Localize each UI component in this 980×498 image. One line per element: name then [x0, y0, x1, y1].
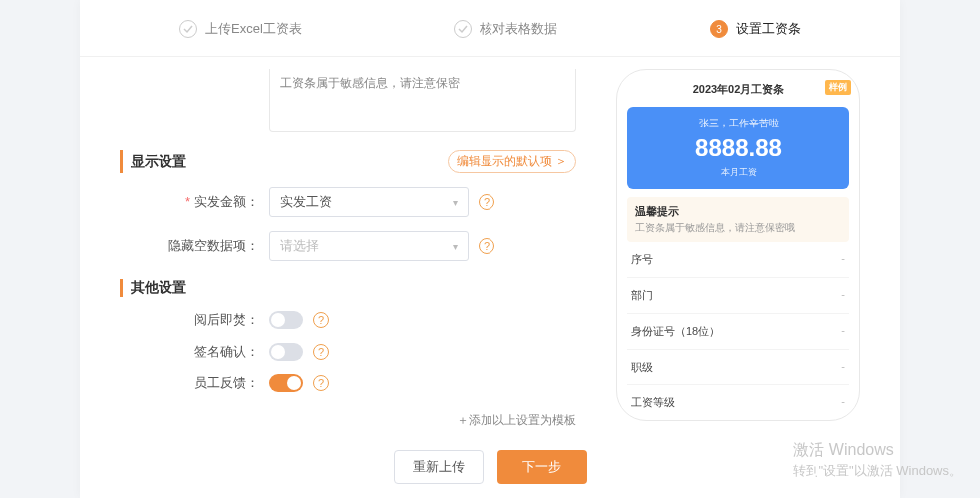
phone-item-list: 序号 - 部门 - 身份证号（18位） - 职级 -	[627, 242, 849, 421]
list-item: 序号 -	[627, 242, 849, 278]
phone-warning-box: 温馨提示 工资条属于敏感信息，请注意保密哦	[627, 197, 849, 242]
section-other-settings: 其他设置	[120, 279, 576, 297]
privacy-notice: 工资条属于敏感信息，请注意保密	[269, 69, 576, 132]
item-label: 工资等级	[631, 395, 675, 410]
help-icon[interactable]: ?	[313, 344, 329, 360]
row-actual-amount: 实发金额： 实发工资 ▾ ?	[120, 187, 576, 217]
step-upload-excel[interactable]: 上传Excel工资表	[179, 20, 302, 38]
select-value: 实发工资	[280, 193, 332, 211]
phone-warning-desc: 工资条属于敏感信息，请注意保密哦	[635, 221, 841, 235]
label-burn-after-read: 阅后即焚：	[120, 311, 269, 329]
list-item: 部门 -	[627, 278, 849, 314]
phone-amount-note: 本月工资	[637, 166, 839, 179]
row-employee-feedback: 员工反馈： ?	[120, 374, 576, 392]
label-employee-feedback: 员工反馈：	[120, 374, 269, 392]
phone-greeting: 张三，工作辛苦啦	[637, 117, 839, 130]
row-hide-empty: 隐藏空数据项： 请选择 ▾ ?	[120, 231, 576, 261]
select-placeholder: 请选择	[280, 237, 319, 255]
item-label: 部门	[631, 288, 653, 303]
phone-amount: 8888.88	[637, 134, 839, 162]
list-item: 职级 -	[627, 350, 849, 385]
step-verify-data[interactable]: 核对表格数据	[454, 20, 557, 38]
step-number-icon: 3	[710, 20, 728, 38]
item-value: -	[841, 324, 845, 339]
select-hide-empty[interactable]: 请选择 ▾	[269, 231, 469, 261]
phone-title-bar: 2023年02月工资条 样例	[627, 78, 849, 101]
help-icon[interactable]: ?	[479, 194, 494, 210]
windows-activation-watermark: 激活 Windows 转到"设置"以激活 Windows。	[793, 439, 962, 480]
chevron-down-icon: ▾	[453, 197, 458, 208]
phone-preview-column: 2023年02月工资条 样例 张三，工作辛苦啦 8888.88 本月工资 温馨提…	[616, 69, 860, 435]
body-layout: 工资条属于敏感信息，请注意保密 显示设置 编辑显示的默认项 ＞ 实发金额： 实发…	[80, 57, 900, 435]
section-title-text: 其他设置	[131, 279, 186, 297]
help-icon[interactable]: ?	[313, 375, 329, 391]
check-icon	[179, 20, 197, 38]
phone-preview: 2023年02月工资条 样例 张三，工作辛苦啦 8888.88 本月工资 温馨提…	[616, 69, 860, 421]
label-hide-empty: 隐藏空数据项：	[120, 237, 269, 255]
step-label: 核对表格数据	[480, 20, 557, 38]
watermark-sub: 转到"设置"以激活 Windows。	[793, 462, 962, 480]
step-label: 设置工资条	[736, 20, 801, 38]
toggle-employee-feedback[interactable]	[269, 374, 303, 392]
row-burn-after-read: 阅后即焚： ?	[120, 311, 576, 329]
section-title-text: 显示设置	[131, 153, 186, 171]
item-value: -	[841, 288, 845, 303]
sample-badge: 样例	[825, 80, 851, 95]
watermark-title: 激活 Windows	[793, 439, 962, 461]
toggle-burn-after-read[interactable]	[269, 311, 303, 329]
item-label: 序号	[631, 252, 653, 267]
item-value: -	[841, 395, 845, 410]
settings-form: 工资条属于敏感信息，请注意保密 显示设置 编辑显示的默认项 ＞ 实发金额： 实发…	[120, 69, 576, 435]
list-item: 工资等级 -	[627, 385, 849, 421]
select-actual-amount[interactable]: 实发工资 ▾	[269, 187, 469, 217]
reupload-button[interactable]: 重新上传	[394, 450, 484, 484]
edit-default-items-link[interactable]: 编辑显示的默认项 ＞	[448, 150, 576, 173]
section-display-settings: 显示设置 编辑显示的默认项 ＞	[120, 150, 576, 173]
item-label: 职级	[631, 360, 653, 374]
help-icon[interactable]: ?	[313, 312, 329, 328]
item-value: -	[841, 252, 845, 267]
step-configure-slip[interactable]: 3 设置工资条	[710, 20, 801, 38]
label-sign-confirm: 签名确认：	[120, 343, 269, 361]
add-as-template-link[interactable]: ＋添加以上设置为模板	[120, 412, 576, 429]
phone-title-text: 2023年02月工资条	[693, 83, 785, 95]
page-container: 上传Excel工资表 核对表格数据 3 设置工资条 工资条属于敏感信息，请注意保…	[80, 0, 900, 498]
phone-amount-card: 张三，工作辛苦啦 8888.88 本月工资	[627, 107, 849, 189]
help-icon[interactable]: ?	[479, 238, 494, 254]
toggle-sign-confirm[interactable]	[269, 343, 303, 361]
label-actual-amount: 实发金额：	[120, 193, 269, 211]
wizard-steps: 上传Excel工资表 核对表格数据 3 设置工资条	[80, 0, 900, 57]
item-value: -	[841, 360, 845, 374]
phone-warning-title: 温馨提示	[635, 204, 841, 219]
chevron-down-icon: ▾	[453, 241, 458, 252]
footer-buttons: 重新上传 下一步	[80, 450, 900, 484]
item-label: 身份证号（18位）	[631, 324, 720, 339]
check-icon	[454, 20, 472, 38]
row-sign-confirm: 签名确认： ?	[120, 343, 576, 361]
next-button[interactable]: 下一步	[497, 450, 587, 484]
list-item: 身份证号（18位） -	[627, 314, 849, 350]
step-label: 上传Excel工资表	[205, 20, 302, 38]
